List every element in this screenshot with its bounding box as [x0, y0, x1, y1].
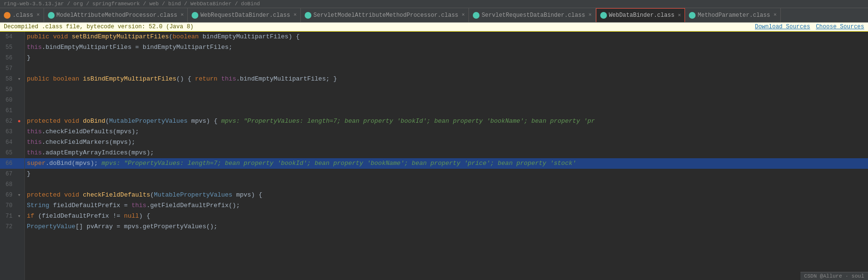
status-text: CSDN @Allure · soul [804, 273, 864, 279]
breadcrumb: ring-web-3.5.13.jar / org / springframew… [0, 0, 868, 8]
tab-method-param[interactable]: MethodParameter.class × [685, 8, 781, 22]
tab-close-servlet-model[interactable]: × [462, 12, 465, 18]
gutter: 5455565758▾59606162●63646566676869▾7071▾… [0, 32, 25, 280]
tab-class[interactable]: .class × [0, 8, 44, 22]
tab-close-webdatabinder[interactable]: × [678, 13, 681, 18]
tab-close-class[interactable]: × [36, 12, 40, 18]
tab-servlet-model[interactable]: ServletModelAttributeMethodProcessor.cla… [301, 8, 469, 22]
info-bar: Decompiled .class file, bytecode version… [0, 23, 868, 32]
info-bar-links: Download Sources Choose Sources [755, 23, 864, 30]
tab-icon-web-req [192, 12, 198, 19]
tab-servlet-req[interactable]: ServletRequestDataBinder.class × [469, 8, 596, 22]
tab-label-servlet-req: ServletRequestDataBinder.class [481, 12, 585, 19]
tab-label-method-param: MethodParameter.class [697, 12, 770, 19]
tab-model-attr[interactable]: ModelAttributeMethodProcessor.class × [44, 8, 188, 22]
tab-close-model-attr[interactable]: × [181, 12, 184, 18]
tab-label-web-req: WebRequestDataBinder.class [200, 12, 290, 19]
code-lines[interactable]: public void setBindEmptyMultipartFiles(b… [25, 32, 868, 280]
info-text: Decompiled .class file, bytecode version… [4, 23, 194, 30]
tab-icon-method-param [689, 12, 696, 19]
tab-webdatabinder[interactable]: WebDataBinder.class × [596, 8, 685, 22]
tab-icon-webdatabinder [600, 12, 607, 19]
tab-icon-servlet-model [305, 12, 311, 19]
tab-close-web-req[interactable]: × [294, 12, 297, 18]
tab-close-servlet-req[interactable]: × [588, 12, 592, 18]
tab-label-servlet-model: ServletModelAttributeMethodProcessor.cla… [313, 12, 458, 19]
tab-label-webdatabinder: WebDataBinder.class [609, 12, 674, 19]
tab-icon-servlet-req [473, 12, 480, 19]
choose-sources-link[interactable]: Choose Sources [816, 23, 864, 30]
tab-icon-class [4, 12, 11, 19]
tab-label-model-attr: ModelAttributeMethodProcessor.class [57, 12, 177, 19]
editor: 5455565758▾59606162●63646566676869▾7071▾… [0, 32, 868, 280]
tab-icon-model-attr [48, 12, 55, 19]
download-sources-link[interactable]: Download Sources [755, 23, 810, 30]
code-area: 5455565758▾59606162●63646566676869▾7071▾… [0, 32, 868, 280]
tab-web-req[interactable]: WebRequestDataBinder.class × [188, 8, 301, 22]
tab-label-class: .class [12, 12, 33, 19]
tab-bar: .class × ModelAttributeMethodProcessor.c… [0, 8, 868, 23]
tab-close-method-param[interactable]: × [774, 12, 777, 18]
status-bar: CSDN @Allure · soul [800, 272, 868, 280]
